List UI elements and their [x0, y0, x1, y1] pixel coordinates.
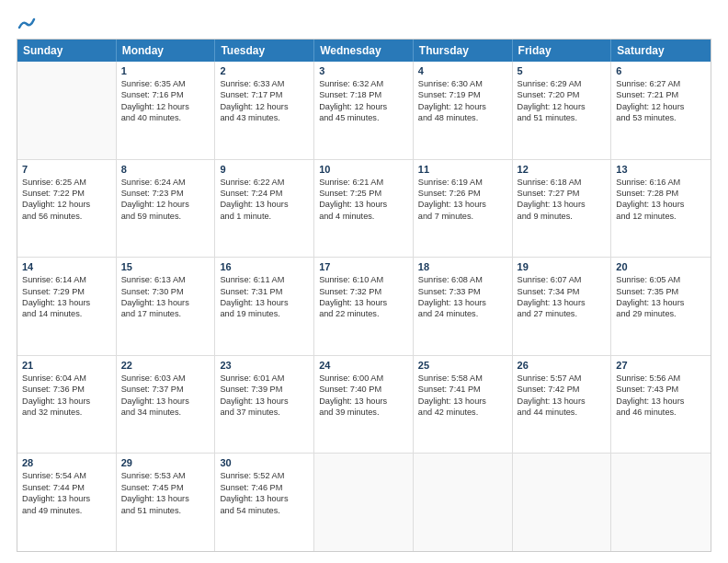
daylight-text-1: Daylight: 13 hours — [22, 396, 111, 407]
sunrise-text: Sunrise: 6:32 AM — [319, 78, 408, 89]
day-number: 22 — [121, 360, 210, 371]
sunrise-text: Sunrise: 6:19 AM — [418, 177, 507, 188]
sunrise-text: Sunrise: 6:35 AM — [121, 78, 210, 89]
daylight-text-1: Daylight: 12 hours — [518, 101, 607, 112]
daylight-text-2: and 44 minutes. — [518, 407, 607, 418]
weekday-header-monday: Monday — [117, 40, 216, 62]
sunrise-text: Sunrise: 5:57 AM — [518, 373, 607, 384]
weekday-header-tuesday: Tuesday — [215, 40, 314, 62]
sunrise-text: Sunrise: 6:05 AM — [616, 274, 706, 285]
sunset-text: Sunset: 7:27 PM — [518, 188, 607, 199]
daylight-text-2: and 17 minutes. — [121, 308, 210, 319]
calendar-cell: 17Sunrise: 6:10 AMSunset: 7:32 PMDayligh… — [314, 258, 414, 355]
daylight-text-1: Daylight: 13 hours — [616, 396, 706, 407]
calendar-header: SundayMondayTuesdayWednesdayThursdayFrid… — [17, 40, 711, 62]
day-number: 27 — [616, 360, 706, 371]
sunset-text: Sunset: 7:41 PM — [418, 384, 507, 395]
logo-wave-icon — [17, 17, 36, 33]
daylight-text-1: Daylight: 13 hours — [518, 297, 607, 308]
sunrise-text: Sunrise: 6:24 AM — [121, 177, 210, 188]
daylight-text-1: Daylight: 12 hours — [121, 199, 210, 210]
daylight-text-2: and 4 minutes. — [319, 211, 408, 222]
daylight-text-2: and 49 minutes. — [22, 505, 111, 516]
daylight-text-2: and 43 minutes. — [220, 112, 309, 123]
day-number: 24 — [319, 360, 408, 371]
day-number: 21 — [22, 360, 111, 371]
calendar-cell: 29Sunrise: 5:53 AMSunset: 7:45 PMDayligh… — [117, 454, 216, 551]
day-number: 11 — [418, 164, 507, 175]
daylight-text-1: Daylight: 13 hours — [121, 493, 210, 504]
sunrise-text: Sunrise: 6:11 AM — [220, 274, 309, 285]
daylight-text-1: Daylight: 13 hours — [220, 297, 309, 308]
sunrise-text: Sunrise: 6:16 AM — [616, 177, 706, 188]
sunset-text: Sunset: 7:44 PM — [22, 482, 111, 493]
sunset-text: Sunset: 7:23 PM — [121, 188, 210, 199]
sunset-text: Sunset: 7:42 PM — [518, 384, 607, 395]
sunset-text: Sunset: 7:40 PM — [319, 384, 408, 395]
weekday-header-saturday: Saturday — [611, 40, 711, 62]
day-number: 6 — [616, 65, 706, 76]
daylight-text-1: Daylight: 13 hours — [319, 199, 408, 210]
calendar-cell: 1Sunrise: 6:35 AMSunset: 7:16 PMDaylight… — [117, 62, 216, 159]
day-number: 23 — [220, 360, 309, 371]
calendar: SundayMondayTuesdayWednesdayThursdayFrid… — [17, 39, 711, 552]
sunrise-text: Sunrise: 6:30 AM — [418, 78, 507, 89]
sunset-text: Sunset: 7:37 PM — [121, 384, 210, 395]
daylight-text-2: and 14 minutes. — [22, 308, 111, 319]
sunrise-text: Sunrise: 6:08 AM — [418, 274, 507, 285]
calendar-body: 1Sunrise: 6:35 AMSunset: 7:16 PMDaylight… — [17, 62, 711, 551]
day-number: 19 — [518, 261, 607, 272]
calendar-cell: 4Sunrise: 6:30 AMSunset: 7:19 PMDaylight… — [414, 62, 513, 159]
sunset-text: Sunset: 7:25 PM — [319, 188, 408, 199]
logo — [17, 17, 36, 29]
sunset-text: Sunset: 7:31 PM — [220, 286, 309, 297]
day-number: 10 — [319, 164, 408, 175]
daylight-text-1: Daylight: 12 hours — [22, 199, 111, 210]
sunset-text: Sunset: 7:46 PM — [220, 482, 309, 493]
sunset-text: Sunset: 7:39 PM — [220, 384, 309, 395]
daylight-text-2: and 7 minutes. — [418, 211, 507, 222]
calendar-cell: 9Sunrise: 6:22 AMSunset: 7:24 PMDaylight… — [215, 160, 314, 258]
daylight-text-2: and 39 minutes. — [319, 407, 408, 418]
daylight-text-2: and 27 minutes. — [518, 308, 607, 319]
day-number: 18 — [418, 261, 507, 272]
calendar-cell: 25Sunrise: 5:58 AMSunset: 7:41 PMDayligh… — [414, 356, 513, 454]
page: SundayMondayTuesdayWednesdayThursdayFrid… — [0, 0, 728, 563]
calendar-row-2: 7Sunrise: 6:25 AMSunset: 7:22 PMDaylight… — [17, 160, 711, 259]
daylight-text-2: and 19 minutes. — [220, 308, 309, 319]
day-number: 12 — [518, 164, 607, 175]
sunset-text: Sunset: 7:21 PM — [616, 89, 706, 100]
sunset-text: Sunset: 7:24 PM — [220, 188, 309, 199]
daylight-text-1: Daylight: 13 hours — [121, 396, 210, 407]
calendar-cell: 22Sunrise: 6:03 AMSunset: 7:37 PMDayligh… — [117, 356, 216, 454]
sunrise-text: Sunrise: 5:52 AM — [220, 470, 309, 481]
sunset-text: Sunset: 7:36 PM — [22, 384, 111, 395]
daylight-text-1: Daylight: 12 hours — [319, 101, 408, 112]
daylight-text-1: Daylight: 13 hours — [616, 297, 706, 308]
daylight-text-1: Daylight: 13 hours — [220, 493, 309, 504]
sunset-text: Sunset: 7:18 PM — [319, 89, 408, 100]
daylight-text-1: Daylight: 13 hours — [616, 199, 706, 210]
daylight-text-2: and 1 minute. — [220, 211, 309, 222]
calendar-cell: 7Sunrise: 6:25 AMSunset: 7:22 PMDaylight… — [17, 160, 117, 258]
calendar-row-1: 1Sunrise: 6:35 AMSunset: 7:16 PMDaylight… — [17, 62, 711, 160]
sunrise-text: Sunrise: 6:00 AM — [319, 373, 408, 384]
weekday-header-wednesday: Wednesday — [314, 40, 414, 62]
sunrise-text: Sunrise: 5:54 AM — [22, 470, 111, 481]
sunrise-text: Sunrise: 6:18 AM — [518, 177, 607, 188]
day-number: 26 — [518, 360, 607, 371]
daylight-text-1: Daylight: 13 hours — [418, 199, 507, 210]
calendar-cell — [414, 454, 513, 551]
calendar-cell: 19Sunrise: 6:07 AMSunset: 7:34 PMDayligh… — [513, 258, 612, 355]
daylight-text-1: Daylight: 13 hours — [319, 297, 408, 308]
calendar-cell: 8Sunrise: 6:24 AMSunset: 7:23 PMDaylight… — [117, 160, 216, 258]
sunset-text: Sunset: 7:28 PM — [616, 188, 706, 199]
sunset-text: Sunset: 7:45 PM — [121, 482, 210, 493]
calendar-cell: 28Sunrise: 5:54 AMSunset: 7:44 PMDayligh… — [17, 454, 117, 551]
sunrise-text: Sunrise: 5:56 AM — [616, 373, 706, 384]
calendar-cell: 15Sunrise: 6:13 AMSunset: 7:30 PMDayligh… — [117, 258, 216, 355]
day-number: 7 — [22, 164, 111, 175]
daylight-text-2: and 59 minutes. — [121, 211, 210, 222]
calendar-cell: 13Sunrise: 6:16 AMSunset: 7:28 PMDayligh… — [611, 160, 711, 258]
day-number: 4 — [418, 65, 507, 76]
